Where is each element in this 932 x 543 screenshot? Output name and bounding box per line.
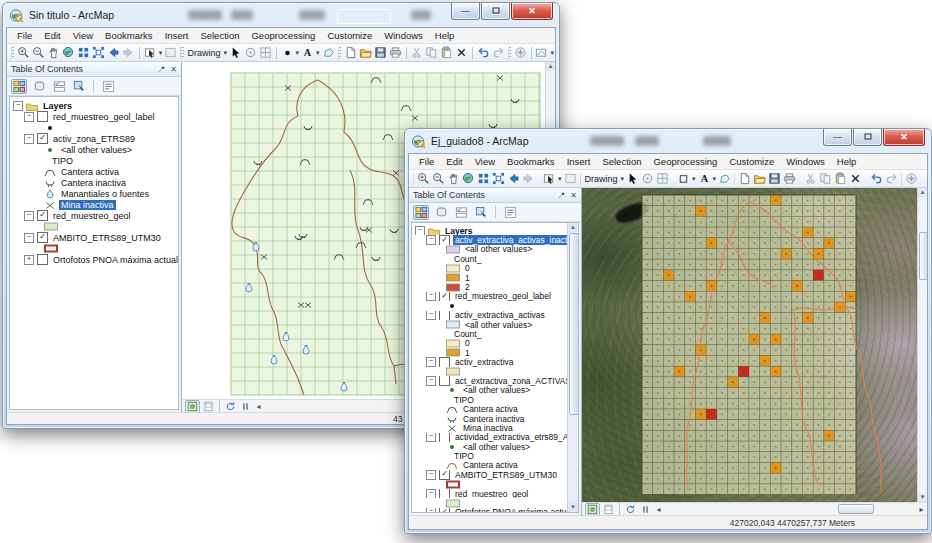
toc-scrollbar[interactable]: ▲ ▼ — [567, 223, 578, 512]
menu-insert[interactable]: Insert — [159, 29, 195, 42]
menu-edit[interactable]: Edit — [440, 155, 468, 168]
menu-bookmarks[interactable]: Bookmarks — [99, 29, 159, 42]
layer-visibility-checkbox[interactable] — [439, 489, 450, 498]
new-document-icon[interactable] — [738, 172, 751, 186]
pin-icon[interactable]: 📍︎ — [557, 191, 565, 200]
toc-legend-item[interactable]: Cantera activa — [10, 166, 178, 177]
minimize-button[interactable]: — — [451, 3, 480, 20]
list-by-visibility-icon[interactable] — [51, 79, 67, 94]
back-arrow-icon[interactable] — [107, 46, 120, 60]
delete-x-icon[interactable] — [455, 46, 468, 60]
scroll-left-arrow[interactable]: ◂ — [653, 505, 664, 514]
dropdown-caret-icon[interactable]: ▾ — [691, 175, 697, 183]
redo-icon[interactable] — [885, 172, 898, 186]
toc-layer-red_muestreo_geol[interactable]: −red_muestreo_geol — [412, 489, 568, 498]
select-features-icon[interactable] — [144, 46, 157, 60]
scroll-down-arrow[interactable]: ▼ — [568, 503, 578, 512]
layer-visibility-checkbox[interactable]: ✓ — [37, 133, 48, 144]
editor-frame-icon[interactable] — [926, 172, 927, 186]
toc-legend-item[interactable] — [412, 367, 568, 376]
toc-legend-item[interactable]: <all other values> — [10, 144, 178, 155]
layer-visibility-checkbox[interactable]: ✓ — [439, 292, 450, 301]
vertical-scrollbar[interactable]: ▲ ▼ — [917, 188, 927, 502]
close-button[interactable]: ✕ — [511, 3, 553, 20]
layer-visibility-checkbox[interactable]: ✓ — [439, 235, 450, 244]
fixed-zoom-in-icon[interactable] — [77, 46, 90, 60]
toc-legend-item[interactable]: Count_ — [412, 254, 568, 263]
zoom-in-icon[interactable] — [417, 172, 430, 186]
fixed-zoom-out-icon[interactable] — [92, 46, 105, 60]
menu-selection[interactable]: Selection — [596, 155, 647, 168]
dropdown-caret-icon[interactable]: ▾ — [315, 49, 321, 57]
toc-legend-item[interactable] — [412, 301, 568, 310]
open-folder-icon[interactable] — [359, 46, 372, 60]
layer-label[interactable]: AMBITO_ETRS89_UTM30 — [453, 470, 559, 479]
layout-view-icon[interactable] — [602, 504, 615, 515]
editor-frame-icon[interactable] — [535, 46, 548, 60]
expander-icon[interactable]: − — [24, 211, 34, 221]
menu-bookmarks[interactable]: Bookmarks — [501, 155, 561, 168]
list-by-drawing-order-icon[interactable] — [413, 205, 429, 220]
toc-layer-red_muestreo_geol_label[interactable]: −red_muestreo_geol_label — [10, 111, 178, 122]
catalog-window-icon[interactable] — [905, 172, 918, 186]
menu-windows[interactable]: Windows — [378, 29, 429, 42]
pin-icon[interactable]: 📍︎ — [157, 65, 165, 74]
layer-visibility-checkbox[interactable] — [439, 433, 450, 442]
expander-icon[interactable]: − — [426, 357, 436, 366]
undo-icon[interactable] — [870, 172, 883, 186]
toc-legend-item[interactable] — [412, 480, 568, 489]
toolbar-grip[interactable] — [413, 173, 414, 185]
layer-visibility-checkbox[interactable]: ✓ — [37, 210, 48, 221]
toolbar-grip[interactable] — [338, 47, 341, 59]
frame-icon[interactable] — [164, 46, 177, 60]
close-button[interactable]: ✕ — [883, 129, 925, 146]
list-by-selection-icon[interactable] — [473, 205, 489, 220]
toc-legend-item[interactable]: Cantera activa — [412, 404, 568, 413]
layer-label[interactable]: Ortofotos PNOA máxima actualidad — [51, 255, 178, 265]
layer-label[interactable]: red_muestreo_geol — [51, 211, 133, 221]
refresh-icon[interactable] — [224, 401, 237, 412]
toc-legend-item[interactable] — [10, 221, 178, 232]
layer-label[interactable]: red_muestreo_geol_label — [51, 112, 157, 122]
toc-legend-item[interactable] — [10, 243, 178, 254]
options-icon[interactable] — [502, 205, 518, 220]
expander-icon[interactable]: − — [24, 112, 34, 122]
rotate-tool-icon[interactable] — [244, 46, 257, 60]
scrollbar-thumb[interactable] — [569, 233, 579, 415]
expander-icon[interactable]: − — [426, 508, 436, 513]
dropdown-caret-icon[interactable]: ▾ — [712, 175, 718, 183]
toolbar-grip[interactable] — [508, 47, 511, 59]
pointer-icon[interactable] — [626, 172, 639, 186]
toolbar-grip[interactable] — [580, 173, 581, 185]
paste-icon[interactable] — [440, 46, 453, 60]
toc-legend-item[interactable]: 0 — [412, 339, 568, 348]
pause-icon[interactable] — [639, 504, 652, 515]
delete-x-icon[interactable] — [849, 172, 862, 186]
toc-legend-item[interactable]: Mina inactiva — [412, 423, 568, 432]
drawing-menu-button[interactable]: Drawing — [186, 48, 223, 58]
menu-help[interactable]: Help — [831, 155, 863, 168]
expander-icon[interactable]: − — [426, 470, 436, 479]
toc-legend-item[interactable]: TIPO — [412, 395, 568, 404]
square-icon[interactable] — [677, 172, 690, 186]
toc-layer-Ortofotos PNOA máxima actualidad[interactable]: −✓Ortofotos PNOA máxima actualidad — [412, 508, 568, 513]
save-icon[interactable] — [768, 172, 781, 186]
menu-windows[interactable]: Windows — [780, 155, 831, 168]
zoom-in-icon[interactable] — [17, 46, 30, 60]
layer-visibility-checkbox[interactable] — [439, 357, 450, 366]
minimize-button[interactable]: — — [823, 129, 852, 146]
toc-layer-red_muestreo_geol[interactable]: −✓red_muestreo_geol — [10, 210, 178, 221]
menu-view[interactable]: View — [469, 155, 501, 168]
open-folder-icon[interactable] — [753, 172, 766, 186]
expander-icon[interactable]: − — [24, 233, 34, 243]
list-by-selection-icon[interactable] — [71, 79, 87, 94]
toc-legend-item[interactable]: 1 — [412, 348, 568, 357]
dropdown-caret-icon[interactable]: ▾ — [557, 175, 563, 183]
layer-visibility-checkbox[interactable] — [439, 376, 450, 385]
toc-legend-item[interactable]: <all other values> — [412, 245, 568, 254]
back-arrow-icon[interactable] — [507, 172, 520, 186]
data-view-icon[interactable] — [585, 503, 600, 516]
toc-legend-item[interactable]: TIPO — [412, 451, 568, 460]
toc-layer-act_extractiva_zona_ACTIVAS_INACTIVAS[interactable]: −act_extractiva_zona_ACTIVAS_INACTIVAS — [412, 376, 568, 385]
expander-icon[interactable]: − — [426, 376, 436, 385]
